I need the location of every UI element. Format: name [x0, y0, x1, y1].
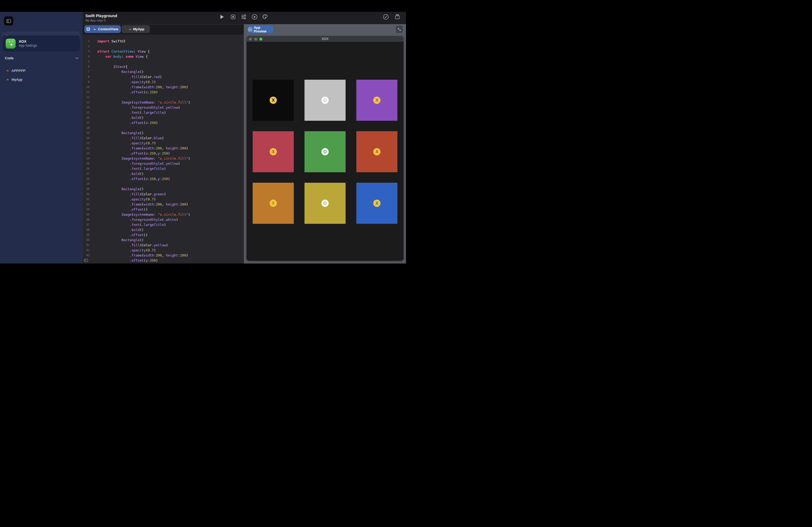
code-text: .frame(width:200, height:200) [90, 85, 188, 90]
code-line[interactable]: 7 Rectangle() [83, 69, 244, 74]
code-line[interactable]: 24 Image(systemName: "x.circle.fill") [83, 156, 244, 161]
board-cell: X [253, 131, 294, 172]
code-line[interactable]: 30 Rectangle() [83, 186, 244, 192]
code-text: .foregroundStyle(.yellow) [90, 105, 180, 110]
code-line[interactable]: 16 .bold() [83, 115, 244, 120]
code-line[interactable]: 1import SwiftUI [83, 39, 244, 44]
code-line[interactable]: 11 .offset(x:250) [83, 90, 244, 95]
code-line[interactable]: 25 .foregroundStyle(.yellow) [83, 161, 244, 166]
code-line[interactable]: 17 .offset(x:250) [83, 120, 244, 125]
tab-myapp[interactable]: MyApp [122, 25, 150, 33]
sidebar-toggle-button[interactable] [4, 16, 13, 26]
line-number: 37 [83, 222, 90, 227]
line-number: 27 [83, 171, 90, 176]
line-number: 43 [83, 253, 90, 258]
code-line[interactable]: 14 .foregroundStyle(.yellow) [83, 105, 244, 110]
expand-preview-button[interactable] [396, 26, 403, 33]
code-lines: 1import SwiftUI23struct ContentView: Vie… [83, 39, 244, 263]
code-line[interactable]: 38 .bold() [83, 227, 244, 232]
code-text: Image(systemName: "o.circle.fill") [90, 212, 190, 217]
code-line[interactable]: 34 .offset() [83, 207, 244, 212]
code-text [90, 44, 97, 49]
window-close-button[interactable] [249, 37, 252, 41]
sidebar: XOX App Settings Code APPPPP MyApp [0, 12, 83, 264]
code-line[interactable]: 23 .offset(x:250,y:250) [83, 151, 244, 156]
code-line[interactable]: 4 var body: some View { [83, 54, 244, 59]
code-text: .fill(Color.red) [90, 74, 162, 79]
code-text: .bold() [90, 171, 144, 176]
code-line[interactable]: 21 .opacity(0.7) [83, 140, 244, 146]
code-line[interactable]: 6 ZStack{ [83, 64, 244, 69]
code-line[interactable]: 40 Rectangle() [83, 238, 244, 243]
code-text: .fill(Color.green) [90, 192, 166, 197]
code-line[interactable]: 3struct ContentView: View { [83, 49, 244, 54]
stop-record-button[interactable] [230, 14, 236, 20]
line-number: 19 [83, 131, 90, 136]
swift-file-icon [5, 77, 9, 81]
run-button[interactable] [219, 14, 225, 20]
sidebar-item-myapp[interactable]: MyApp [5, 76, 77, 83]
line-number: 31 [83, 192, 90, 197]
code-line[interactable]: 22 .frame(width:200, height:200) [83, 146, 244, 151]
code-line[interactable]: .offset(y:250) [83, 258, 244, 263]
code-line[interactable]: 26 .font(.largeTitle) [83, 166, 244, 171]
window-minimize-button[interactable] [254, 37, 257, 41]
app-preview-button[interactable]: App Preview [248, 26, 273, 33]
code-section-header[interactable]: Code [5, 56, 78, 60]
tab-contentview[interactable]: ContentView [84, 25, 121, 33]
editor-tabstrip: ContentView MyApp [83, 25, 244, 35]
code-line[interactable]: 31 .fill(Color.green) [83, 192, 244, 197]
code-line[interactable]: 43 .frame(width:200, height:200) [83, 253, 244, 258]
code-text: Rectangle() [90, 186, 144, 192]
code-line[interactable]: 29 [83, 181, 244, 186]
palette-button[interactable] [262, 14, 268, 20]
code-line[interactable]: 27 .bold() [83, 171, 244, 176]
code-text: .offset(y:250) [90, 258, 158, 263]
line-number: 39 [83, 232, 90, 238]
sliders-button[interactable] [241, 14, 247, 20]
code-line[interactable]: 36 .foregroundStyle(.white) [83, 217, 244, 222]
close-icon[interactable] [86, 27, 90, 31]
x-mark: X [373, 96, 380, 104]
code-line[interactable]: 12 [83, 95, 244, 100]
chevron-down-icon [75, 57, 78, 59]
code-line[interactable]: 33 .frame(width:200, height:200) [83, 202, 244, 207]
code-text: .offset() [90, 207, 148, 212]
xox-window-titlebar[interactable]: XOX [246, 36, 404, 42]
app-store-icon [248, 27, 252, 31]
line-number: 32 [83, 197, 90, 202]
code-line[interactable]: 39 .offset() [83, 232, 244, 238]
checkmark-circle-button[interactable] [383, 14, 389, 20]
app-preview-label: App Preview [254, 26, 273, 33]
code-line[interactable]: 18 [83, 125, 244, 131]
star-circle-button[interactable] [251, 14, 258, 20]
code-line[interactable]: 20 .fill(Color.blue) [83, 136, 244, 140]
window-zoom-button[interactable] [259, 37, 262, 41]
board-cell: X [253, 80, 294, 121]
code-line[interactable]: 35 Image(systemName: "o.circle.fill") [83, 212, 244, 217]
line-number: 20 [83, 136, 90, 140]
swift-playgrounds-app: XOX App Settings Code APPPPP MyApp Swift… [0, 0, 406, 264]
code-editor[interactable]: 1import SwiftUI23struct ContentView: Vie… [83, 35, 244, 264]
code-line[interactable]: 2 [83, 44, 244, 49]
code-line[interactable]: 37 .font(.largeTitle) [83, 222, 244, 227]
code-line[interactable]: 8 .fill(Color.red) [83, 74, 244, 79]
code-line[interactable]: 19 Rectangle() [83, 131, 244, 136]
code-line[interactable]: 28 .offset(x:250,y:250) [83, 176, 244, 181]
sidebar-item-appppp[interactable]: APPPPP [5, 67, 77, 74]
window-stack-button[interactable] [394, 14, 401, 20]
code-line[interactable]: 41 .fill(Color.yellow) [83, 243, 244, 248]
code-line[interactable]: 5 [83, 59, 244, 64]
app-settings-card[interactable]: XOX App Settings [3, 35, 80, 51]
code-line[interactable]: 13 Image(systemName: "x.circle.fill") [83, 100, 244, 105]
code-line[interactable]: 32 .opacity(0.7) [83, 197, 244, 202]
line-number: 42 [83, 248, 90, 253]
code-text: .frame(width:200, height:200) [90, 146, 188, 151]
code-section-label: Code [5, 56, 14, 60]
code-line[interactable]: 42 .opacity(0.7) [83, 248, 244, 253]
code-line[interactable]: 15 .font(.largeTitle) [83, 110, 244, 115]
code-text: .frame(width:200, height:200) [90, 253, 188, 258]
code-line[interactable]: 10 .frame(width:200, height:200) [83, 85, 244, 90]
note-snippet-icon[interactable] [83, 258, 90, 263]
code-line[interactable]: 9 .opacity(0.7) [83, 79, 244, 85]
